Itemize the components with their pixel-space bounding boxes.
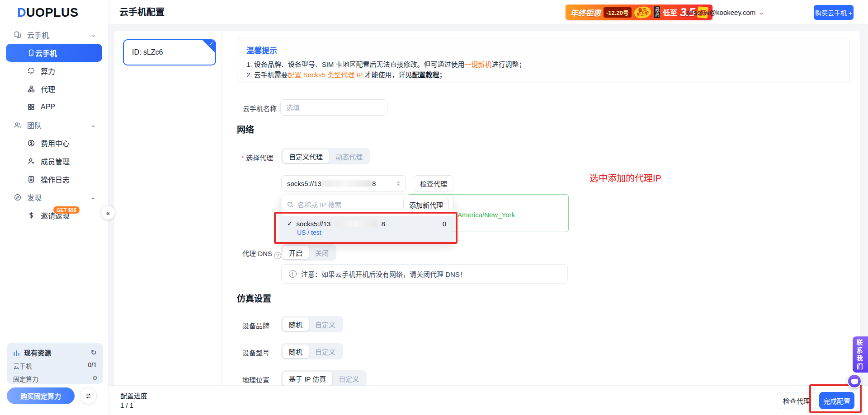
compass-icon <box>14 193 22 201</box>
dns-warning-box: i 注意：如果云手机开机后没有网络，请关闭代理 DNS！ <box>281 264 568 284</box>
proxy-value-suffix: 8 <box>372 180 376 187</box>
tips-title: 温馨提示 <box>246 44 840 56</box>
sidebar-group-discover[interactable]: 发现 ⌄ <box>0 188 108 206</box>
proxy-option-count: 0 <box>443 220 446 228</box>
progress-label: 配置进度 <box>120 391 147 400</box>
chevron-down-icon: ⌄ <box>90 122 96 128</box>
one-key-new-link[interactable]: 一键新机 <box>465 61 492 68</box>
chat-icon <box>851 379 858 384</box>
device-model-label: 设备型号 <box>242 348 269 357</box>
proxy-option-prefix: socks5://13 <box>297 220 331 228</box>
promo-burst-badge: 叠加折上折 <box>633 5 651 19</box>
tab-model-custom[interactable]: 自定义 <box>309 345 342 358</box>
tab-geo-ip-based[interactable]: 基于 IP 仿真 <box>283 372 332 385</box>
search-icon <box>287 201 294 208</box>
promo-max-label: 最高 <box>654 6 660 18</box>
member-icon <box>27 157 35 165</box>
tab-brand-random[interactable]: 随机 <box>283 317 309 331</box>
phone-name-input[interactable] <box>280 99 387 116</box>
tab-dynamic-proxy[interactable]: 动态代理 <box>329 149 369 163</box>
tab-dns-on[interactable]: 开启 <box>283 246 309 259</box>
proxy-select-box[interactable]: socks5://13 8 <box>281 175 406 191</box>
geo-location-tabs: 基于 IP 仿真 自定义 <box>281 370 367 385</box>
chevron-down-icon: ⌄ <box>90 194 96 201</box>
sidebar-item-label: 操作日志 <box>41 174 70 185</box>
top-header: 云手机配置 年终钜惠 -12.20号 叠加折上折 最高 低至 3.5 折 ans… <box>0 0 868 25</box>
sidebar-group-cloud-phone[interactable]: 云手机 ⌄ <box>0 26 108 44</box>
sidebar-item-logs[interactable]: 操作日志 <box>0 170 108 188</box>
config-card: ID: sLZc6 ✓ 温馨提示 1. 设备品牌、设备型号、SIM 卡地区配置后… <box>114 31 860 385</box>
device-brand-label: 设备品牌 <box>242 321 269 330</box>
add-new-proxy-button[interactable]: 添加新代理 <box>403 198 449 211</box>
network-section-title: 网络 <box>237 123 254 135</box>
proxy-option-selected[interactable]: ✓ socks5://13 8 0 US / test <box>282 216 453 242</box>
resource-row-fixed-power: 固定算力 0 <box>13 374 97 383</box>
device-model-tabs: 随机 自定义 <box>281 343 343 359</box>
sidebar-group-team[interactable]: 团队 ⌄ <box>0 116 108 134</box>
proxy-option-region: US / test <box>297 229 446 236</box>
sidebar-menu: 云手机 ⌄ 云手机 算力 代理 APP 团队 ⌄ 费用中心 <box>0 26 108 224</box>
duoplus-logo[interactable]: DUOPLUS <box>17 6 79 20</box>
buy-cloud-phone-button[interactable]: 购买云手机 + <box>814 5 854 20</box>
check-proxy-button[interactable]: 检查代理 <box>414 175 453 191</box>
finish-config-button[interactable]: 完成配置 <box>819 392 854 409</box>
tab-model-random[interactable]: 随机 <box>283 345 309 358</box>
resources-panel: 现有资源 ↻ 云手机 0/1 固定算力 0 <box>7 343 103 384</box>
dollar-icon <box>27 211 35 219</box>
dollar-circle-icon <box>27 139 35 147</box>
help-icon[interactable]: ? <box>274 252 281 259</box>
proxy-type-tabs: 自定义代理 动态代理 <box>281 148 370 164</box>
sidebar-item-label: 代理 <box>41 84 55 94</box>
proxy-option-suffix: 8 <box>381 220 385 228</box>
geo-location-label: 地理位置 <box>242 375 269 384</box>
chevron-down-icon: ⌄ <box>90 32 96 38</box>
resource-value: 0 <box>93 374 97 383</box>
redacted-proxy-value <box>321 180 372 187</box>
monitor-icon <box>27 67 35 75</box>
config-tutorial-link[interactable]: 配置教程 <box>412 71 439 79</box>
sidebar-item-computing[interactable]: 算力 <box>0 62 108 80</box>
chat-bubble-button[interactable] <box>847 374 862 388</box>
sidebar-item-label: 成员管理 <box>41 156 70 167</box>
info-icon: i <box>289 270 297 278</box>
account-email: ansel.w@kookeey.com <box>686 9 755 16</box>
tab-dns-off[interactable]: 关闭 <box>309 246 335 259</box>
check-proxy-bottom-button[interactable]: 检查代理 <box>777 392 816 409</box>
contact-us-tab[interactable]: 联系我们 <box>853 336 868 373</box>
sidebar-item-invite[interactable]: 邀请返现 GET $$$ <box>0 206 108 224</box>
phones-icon <box>14 31 22 39</box>
page-title: 云手机配置 <box>119 0 165 25</box>
phone-name-label: 云手机名称 <box>243 103 277 113</box>
tips-notice-box: 温馨提示 1. 设备品牌、设备型号、SIM 卡地区配置后无法直接修改。但可通过使… <box>237 38 850 83</box>
promo-text: 年终钜惠 <box>570 7 601 18</box>
sidebar-item-members[interactable]: 成员管理 <box>0 152 108 170</box>
resource-row-cloud-phone: 云手机 0/1 <box>13 361 97 370</box>
promo-lowto-label: 低至 <box>663 7 677 18</box>
sidebar-collapse-button[interactable]: « <box>101 206 115 219</box>
sidebar-item-app[interactable]: APP <box>0 98 108 116</box>
annotation-text: 选中添加的代理IP <box>590 171 661 184</box>
tab-brand-custom[interactable]: 自定义 <box>309 317 342 331</box>
chevron-down-icon: ⌄ <box>758 9 764 16</box>
resource-label: 固定算力 <box>13 374 38 383</box>
sidebar-item-cloud-phone[interactable]: 云手机 <box>6 44 102 62</box>
contact-us-label: 联系我们 <box>854 339 866 370</box>
proxy-search-row: 添加新代理 <box>282 195 453 214</box>
sidebar-item-proxy[interactable]: 代理 <box>0 80 108 98</box>
device-id-card[interactable]: ID: sLZc6 ✓ <box>123 39 216 65</box>
sidebar-item-billing[interactable]: 费用中心 <box>0 134 108 152</box>
proxy-dropdown: 添加新代理 ✓ socks5://13 8 0 US / test <box>281 195 453 242</box>
refresh-icon[interactable]: ↻ <box>91 348 97 357</box>
check-icon: ✓ <box>209 41 213 47</box>
team-icon <box>14 121 22 129</box>
account-menu[interactable]: ansel.w@kookeey.com ⌄ <box>686 0 764 25</box>
buy-fixed-power-button[interactable]: 购买固定算力 <box>7 387 75 404</box>
swap-icon[interactable] <box>80 387 97 404</box>
phone-icon <box>27 49 35 57</box>
tab-custom-proxy[interactable]: 自定义代理 <box>283 149 329 163</box>
tab-geo-custom[interactable]: 自定义 <box>332 372 365 385</box>
tips-line-1: 1. 设备品牌、设备型号、SIM 卡地区配置后无法直接修改。但可通过使用一键新机… <box>246 59 840 70</box>
dns-warning-text: 注意：如果云手机开机后没有网络，请关闭代理 DNS！ <box>301 269 467 279</box>
tips-line-2: 2. 云手机需要配置 Socks5 类型代理 IP 才能使用，详见配置教程； <box>246 70 840 80</box>
document-icon <box>27 175 35 183</box>
